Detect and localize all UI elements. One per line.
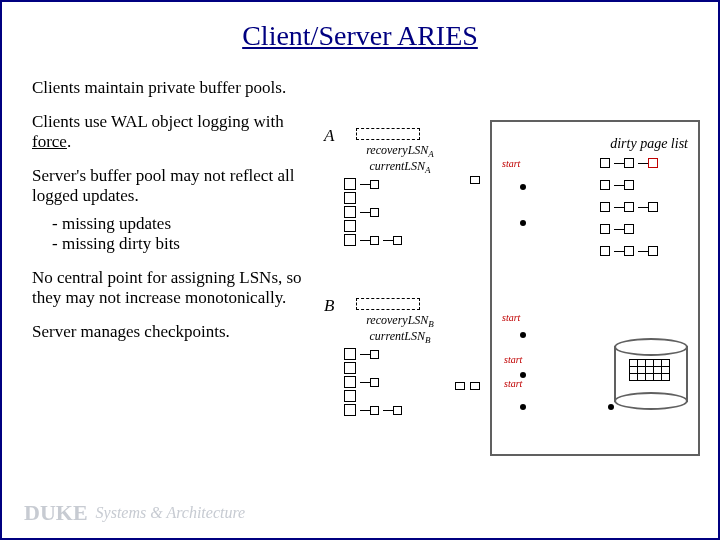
bullet-4: No central point for assigning LSNs, so … [32, 268, 312, 308]
slide-title: Client/Server ARIES [2, 2, 718, 64]
bullet-2-force: force [32, 132, 67, 151]
dot-icon [520, 184, 526, 190]
dirty-page-list-label: dirty page list [610, 136, 688, 152]
dot-icon [520, 404, 526, 410]
diagram-area: A recoveryLSNA currentLSNA B recoveryLSN… [320, 122, 710, 462]
client-a-buffer [344, 177, 444, 265]
client-a-label: A [324, 126, 334, 146]
record-icon [455, 382, 465, 390]
dot-icon [520, 332, 526, 338]
dot-icon [520, 372, 526, 378]
client-b-buffer [344, 347, 444, 435]
client-b-log-icon [356, 298, 420, 310]
record-icon [470, 176, 480, 184]
start-label: start [502, 312, 520, 323]
client-b-label: B [324, 296, 334, 316]
client-a-lsn: recoveryLSNA currentLSNA [350, 144, 450, 176]
client-a-cur: currentLSN [369, 159, 425, 173]
client-a-rec: recoveryLSN [366, 143, 428, 157]
bullet-3: Server's buffer pool may not reflect all… [32, 166, 312, 206]
client-a-cur-sub: A [425, 165, 431, 175]
start-label: start [504, 378, 522, 389]
start-label: start [502, 158, 520, 169]
dot-icon [608, 404, 614, 410]
dirty-page-row [600, 222, 692, 236]
bullet-3-sub: - missing updates - missing dirty bits [52, 214, 312, 254]
database-icon [614, 346, 688, 402]
bullet-2-pre: Clients use WAL object logging with [32, 112, 284, 131]
dirty-page-row [600, 200, 692, 214]
start-label: start [504, 354, 522, 365]
client-b-rec: recoveryLSN [366, 313, 428, 327]
bullet-1: Clients maintain private buffer pools. [32, 78, 312, 98]
sub-1: - missing updates [52, 214, 312, 234]
dirty-page-row [600, 178, 692, 192]
client-b-rec-sub: B [428, 319, 434, 329]
client-b-lsn: recoveryLSNB currentLSNB [350, 314, 450, 346]
dirty-page-row [600, 156, 692, 170]
dirty-page-row [600, 244, 692, 258]
dot-icon [520, 220, 526, 226]
client-b-cur: currentLSN [369, 329, 425, 343]
bullet-2-post: . [67, 132, 71, 151]
sub-2: - missing dirty bits [52, 234, 312, 254]
footer-logo: DUKE Systems & Architecture [24, 500, 245, 526]
bullet-5: Server manages checkpoints. [32, 322, 312, 342]
client-a-log-icon [356, 128, 420, 140]
bullet-column: Clients maintain private buffer pools. C… [32, 78, 312, 356]
systems-architecture-label: Systems & Architecture [96, 504, 246, 522]
record-icon [470, 382, 480, 390]
bullet-2: Clients use WAL object logging with forc… [32, 112, 312, 152]
client-a-rec-sub: A [428, 149, 434, 159]
duke-wordmark: DUKE [24, 500, 88, 526]
server-panel: dirty page list start start start start [490, 120, 700, 456]
client-b-cur-sub: B [425, 335, 431, 345]
db-pages-grid [630, 360, 676, 386]
